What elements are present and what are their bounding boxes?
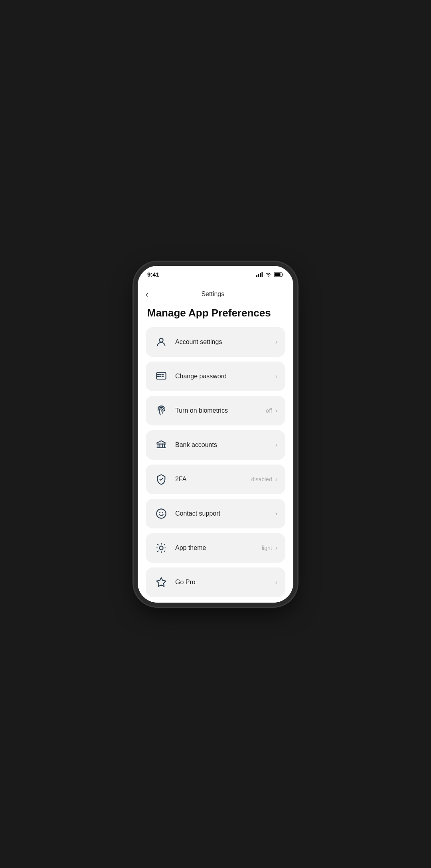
chevron-icon: › bbox=[275, 579, 277, 586]
app-theme-label: App theme bbox=[175, 544, 262, 552]
phone-frame: 9:41 ‹ Settings bbox=[138, 266, 293, 603]
settings-item-password[interactable]: Change password › bbox=[146, 362, 285, 391]
app-theme-status: light bbox=[262, 545, 272, 551]
svg-line-26 bbox=[164, 544, 165, 545]
sun-icon bbox=[154, 540, 169, 556]
svg-marker-27 bbox=[156, 577, 166, 586]
status-bar: 9:41 bbox=[138, 266, 293, 283]
fingerprint-icon bbox=[154, 403, 169, 418]
status-icons bbox=[256, 272, 284, 277]
settings-item-pro[interactable]: Go Pro › bbox=[146, 567, 285, 597]
header: ‹ Settings bbox=[138, 283, 293, 304]
svg-rect-3 bbox=[262, 272, 263, 277]
screen-content: ‹ Settings Manage App Preferences Accoun… bbox=[138, 283, 293, 603]
change-password-label: Change password bbox=[175, 373, 275, 380]
settings-item-support[interactable]: Contact support › bbox=[146, 499, 285, 528]
svg-rect-1 bbox=[258, 274, 259, 277]
svg-rect-0 bbox=[256, 275, 257, 277]
account-settings-label: Account settings bbox=[175, 338, 275, 346]
back-button[interactable]: ‹ bbox=[146, 288, 152, 301]
settings-item-bank[interactable]: Bank accounts › bbox=[146, 430, 285, 460]
battery-icon bbox=[274, 272, 284, 277]
svg-line-25 bbox=[158, 551, 158, 552]
svg-line-21 bbox=[158, 544, 158, 545]
bank-accounts-label: Bank accounts bbox=[175, 441, 275, 449]
twofa-label: 2FA bbox=[175, 476, 251, 483]
svg-rect-6 bbox=[275, 273, 281, 276]
biometrics-label: Turn on biometrics bbox=[175, 407, 266, 414]
status-time: 9:41 bbox=[147, 271, 159, 278]
settings-item-biometrics[interactable]: Turn on biometrics off › bbox=[146, 396, 285, 425]
chevron-icon: › bbox=[275, 407, 277, 414]
svg-rect-5 bbox=[283, 273, 283, 275]
settings-item-account[interactable]: Account settings › bbox=[146, 327, 285, 357]
user-icon bbox=[154, 334, 169, 350]
biometrics-status: off bbox=[266, 407, 272, 414]
wifi-icon bbox=[265, 272, 271, 277]
page-title: Manage App Preferences bbox=[138, 304, 293, 327]
chevron-icon: › bbox=[275, 510, 277, 517]
svg-point-18 bbox=[159, 546, 163, 550]
bank-icon bbox=[154, 437, 169, 453]
chevron-icon: › bbox=[275, 441, 277, 449]
svg-line-22 bbox=[164, 551, 165, 552]
svg-point-15 bbox=[156, 509, 166, 518]
chevron-icon: › bbox=[275, 373, 277, 380]
star-icon bbox=[154, 575, 169, 590]
shield-icon bbox=[154, 472, 169, 487]
settings-item-theme[interactable]: App theme light › bbox=[146, 533, 285, 563]
twofa-status: disabled bbox=[251, 476, 272, 482]
chevron-icon: › bbox=[275, 544, 277, 552]
smile-icon bbox=[154, 506, 169, 521]
chevron-icon: › bbox=[275, 476, 277, 483]
chevron-icon: › bbox=[275, 338, 277, 346]
svg-point-7 bbox=[159, 338, 163, 342]
header-title: Settings bbox=[152, 291, 274, 298]
signal-icon bbox=[256, 272, 263, 277]
settings-list: Account settings › Change passw bbox=[138, 327, 293, 597]
svg-rect-2 bbox=[260, 273, 261, 277]
go-pro-label: Go Pro bbox=[175, 579, 275, 586]
settings-item-2fa[interactable]: 2FA disabled › bbox=[146, 465, 285, 494]
password-icon bbox=[154, 369, 169, 384]
contact-support-label: Contact support bbox=[175, 510, 275, 517]
